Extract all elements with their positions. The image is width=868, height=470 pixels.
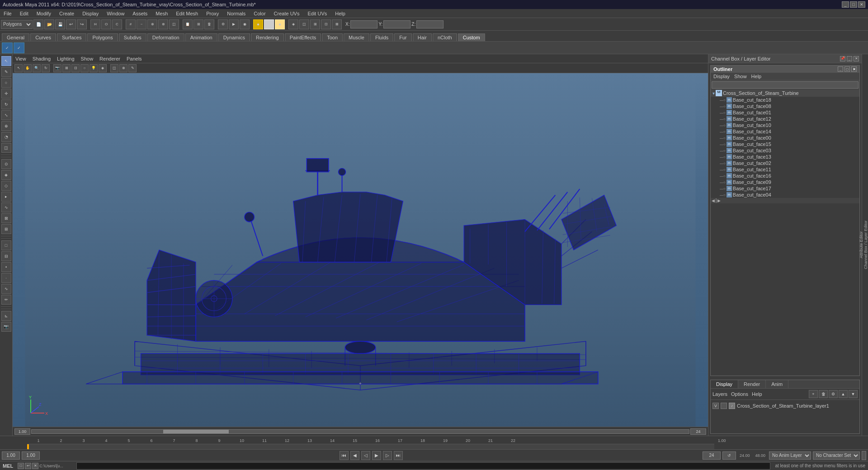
measure-tool[interactable]: 📷 — [1, 322, 11, 332]
vp-pan-btn[interactable]: ✋ — [24, 64, 32, 72]
outliner-hscroll-bar[interactable] — [716, 198, 717, 203]
tree-item-face11[interactable]: —○ m Base_cut_face11 — [718, 166, 859, 173]
ipr-render[interactable]: ◉ — [240, 19, 250, 29]
viewport-menu-show[interactable]: Show — [81, 56, 94, 61]
go-end-btn[interactable]: ⏭ — [394, 451, 403, 460]
layer-options-btn[interactable]: ⚙ — [829, 390, 838, 398]
timeline-bar[interactable] — [27, 444, 714, 449]
cmd-history-btn[interactable]: □ — [18, 463, 24, 469]
anim-layer-select[interactable]: No Anim Layer — [769, 451, 811, 460]
menu-assets[interactable]: Assets — [131, 10, 149, 17]
light-btn-1[interactable]: ● — [253, 19, 263, 29]
viewport-menu-lighting[interactable]: Lighting — [57, 56, 75, 61]
menu-create-uvs[interactable]: Create UVs — [272, 10, 302, 17]
timeline-area[interactable]: 1 2 3 4 5 6 7 8 9 10 11 12 13 14 15 16 1… — [0, 436, 868, 449]
tab-custom[interactable]: Custom — [458, 33, 485, 41]
create-poly-tool[interactable]: □ — [1, 240, 11, 250]
menu-normals[interactable]: Normals — [225, 10, 247, 17]
vp-zoom-btn[interactable]: 🔍 — [33, 64, 41, 72]
menu-display[interactable]: Display — [80, 10, 100, 17]
show-manip-tool[interactable]: ◫ — [1, 143, 11, 153]
ik-spline-tool[interactable]: ∿ — [1, 202, 11, 212]
shelf-icon-check2[interactable]: ✓ — [14, 42, 24, 53]
layer-tab-display[interactable]: Display — [711, 380, 738, 388]
outliner-scroll-left[interactable]: ◀ — [712, 198, 715, 203]
char-set-select[interactable]: No Character Set — [813, 451, 860, 460]
cmd-clear-btn[interactable]: ✕ — [32, 463, 38, 469]
show-selected[interactable]: ◈ — [288, 19, 298, 29]
layer-tab-anim[interactable]: Anim — [766, 380, 788, 388]
tree-item-face01[interactable]: —○ m Base_cut_face01 — [718, 109, 859, 116]
current-time-input[interactable] — [2, 451, 20, 460]
vp-paint-btn[interactable]: ✎ — [128, 64, 137, 72]
outliner-menu-show[interactable]: Show — [734, 74, 747, 79]
menu-color[interactable]: Color — [252, 10, 267, 17]
soft-mod-tool[interactable]: ◔ — [1, 132, 11, 142]
pencil-tool[interactable]: ✏ — [1, 295, 11, 305]
tab-subdivs[interactable]: Subdivs — [119, 33, 146, 41]
menu-proxy[interactable]: Proxy — [204, 10, 221, 17]
ep-curve-tool[interactable]: · — [1, 273, 11, 283]
tab-dynamics[interactable]: Dynamics — [218, 33, 250, 41]
new-scene-btn[interactable]: 📄 — [33, 19, 43, 29]
tree-item-face08[interactable]: —○ m Base_cut_face08 — [718, 103, 859, 109]
menu-create[interactable]: Create — [57, 10, 76, 17]
open-scene-btn[interactable]: 📂 — [44, 19, 54, 29]
channel-pin-btn[interactable]: 📌 — [840, 56, 845, 61]
outliner-menu-display[interactable]: Display — [713, 74, 730, 79]
snap-surface[interactable]: ⊗ — [158, 19, 168, 29]
tree-item-face02[interactable]: —○ m Base_cut_face02 — [718, 160, 859, 166]
tree-item-face18[interactable]: —○ m Base_cut_face18 — [718, 97, 859, 103]
tab-ncloth[interactable]: nCloth — [433, 33, 457, 41]
render-current[interactable]: ▶ — [229, 19, 239, 29]
menu-edit-uvs[interactable]: Edit UVs — [306, 10, 329, 17]
tree-item-face16[interactable]: —○ m Base_cut_face16 — [718, 173, 859, 179]
layer-menu-help[interactable]: Help — [752, 391, 762, 397]
tab-hair[interactable]: Hair — [413, 33, 432, 41]
viewport-menu-shading[interactable]: Shading — [33, 56, 51, 61]
rotate-tool[interactable]: ↻ — [1, 99, 11, 109]
tab-toon[interactable]: Toon — [322, 33, 343, 41]
tree-item-face00[interactable]: —○ m Base_cut_face00 — [718, 135, 859, 141]
layer-up-btn[interactable]: ▲ — [839, 390, 848, 398]
tab-rendering[interactable]: Rendering — [251, 33, 284, 41]
range-end-input[interactable] — [690, 428, 706, 435]
bind-skin-tool[interactable]: ⊠ — [1, 213, 11, 223]
light-btn-3[interactable]: ● — [275, 19, 285, 29]
outliner-minimize[interactable]: _ — [838, 66, 843, 72]
sculpt-tool[interactable]: ⊙ — [1, 159, 11, 169]
tree-item-face12[interactable]: —○ m Base_cut_face12 — [718, 116, 859, 122]
vp-shadow-btn[interactable]: ◈ — [99, 64, 107, 72]
shelf-icon-check1[interactable]: ✓ — [2, 42, 13, 53]
channel-box-label[interactable]: Channel Box / Layer Editor — [863, 221, 868, 269]
tree-item-face14[interactable]: —○ m Base_cut_face14 — [718, 128, 859, 135]
menu-edit-mesh[interactable]: Edit Mesh — [174, 10, 200, 17]
range-thumb[interactable] — [163, 430, 229, 433]
range-start-time[interactable] — [22, 451, 40, 460]
playback-end-field[interactable] — [703, 451, 721, 460]
layer-menu-options[interactable]: Options — [731, 391, 748, 397]
tab-painteffects[interactable]: PaintEffects — [285, 33, 321, 41]
x-field[interactable] — [350, 20, 377, 28]
y-field[interactable] — [383, 20, 410, 28]
vp-light-btn[interactable]: 💡 — [90, 64, 98, 72]
go-start-btn[interactable]: ⏮ — [340, 451, 349, 460]
menu-mesh[interactable]: Mesh — [154, 10, 170, 17]
snap-view[interactable]: ◫ — [169, 19, 179, 29]
history-btn[interactable]: 📋 — [183, 19, 193, 29]
maximize-button[interactable]: □ — [850, 1, 857, 8]
snap-grid[interactable]: # — [126, 19, 136, 29]
cmd-undo-btn[interactable]: ↩ — [25, 463, 31, 469]
viewport-menu-renderer[interactable]: Renderer — [99, 56, 120, 61]
snap-curve[interactable]: ~ — [137, 19, 146, 29]
minimize-button[interactable]: _ — [842, 1, 849, 8]
cv-curve-tool[interactable]: • — [1, 262, 11, 272]
tab-fluids[interactable]: Fluids — [370, 33, 393, 41]
menu-edit[interactable]: Edit — [18, 10, 30, 17]
vp-rig-btn[interactable]: ⊕ — [119, 64, 127, 72]
channel-minimize-btn[interactable]: _ — [847, 56, 852, 61]
attribute-editor-label[interactable]: Attribute Editor — [859, 231, 863, 258]
light-btn-2[interactable]: ● — [264, 19, 274, 29]
render-settings[interactable]: ⚙ — [218, 19, 228, 29]
outliner-close[interactable]: ✕ — [851, 66, 857, 72]
